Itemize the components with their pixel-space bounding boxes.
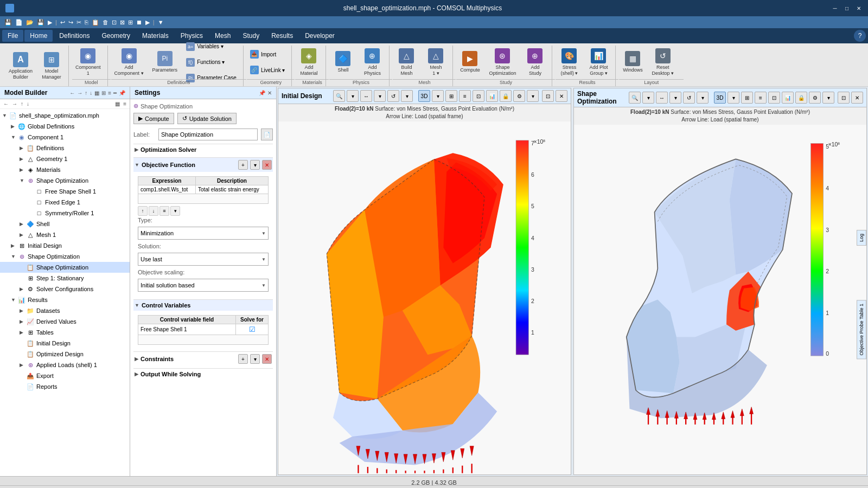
tree-item-defs[interactable]: ▶ 📋 Definitions	[0, 143, 130, 153]
maximize-button[interactable]: □	[843, 4, 851, 12]
obj-row-options[interactable]: ▾	[170, 206, 180, 216]
label-button[interactable]: 📄	[261, 129, 273, 140]
tree-item-comp1[interactable]: ▼ ◉ Component 1	[0, 132, 130, 143]
panel-nav-forward[interactable]: →	[77, 90, 82, 96]
view-dropdown-right[interactable]: ▾	[727, 92, 739, 104]
menu-developer[interactable]: Developer	[299, 30, 340, 42]
zoom-btn-right[interactable]: 🔍	[629, 92, 641, 104]
tree-item-global-defs[interactable]: ▶ 🌐 Global Definitions	[0, 121, 130, 132]
qa-save2[interactable]: 💾	[37, 19, 44, 26]
tree-toggle-tables[interactable]: ▶	[20, 330, 26, 335]
zoom-btn-left[interactable]: 🔍	[333, 90, 345, 102]
tree-item-fixed-edge[interactable]: □ Fixed Edge 1	[0, 197, 130, 208]
view-tb-right[interactable]: ⊞	[741, 92, 753, 104]
compute-button[interactable]: ▶ Compute	[456, 45, 483, 80]
tree-toggle-shell[interactable]: ▶	[20, 221, 26, 227]
view-list-left[interactable]: ≡	[459, 90, 471, 102]
zoom-in-left[interactable]: ↔	[360, 90, 372, 102]
view-lock-left[interactable]: 🔒	[500, 90, 512, 102]
qa-expand[interactable]: ⊡	[112, 19, 117, 26]
tree-toggle-geom[interactable]: ▶	[20, 156, 26, 162]
view-grid-left[interactable]: ⊡	[473, 90, 484, 102]
view-lock-right[interactable]: 🔒	[795, 92, 807, 104]
type-select[interactable]: Minimization ▼	[138, 227, 269, 240]
zoom-dropdown-right[interactable]: ▾	[642, 92, 654, 104]
obj-row-up[interactable]: ↑	[138, 206, 148, 216]
tree-item-optimized-design[interactable]: 📋 Optimized Design	[0, 349, 130, 359]
panel-nav-down[interactable]: ↓	[90, 90, 92, 96]
close-button[interactable]: ✕	[855, 4, 863, 12]
tree-toggle-datasets[interactable]: ▶	[20, 308, 26, 313]
panel-nav-up[interactable]: ↑	[85, 90, 87, 96]
objective-function-section[interactable]: ▼ Objective Function + ▾ ✕	[133, 157, 273, 172]
undock-left[interactable]: ⊡	[542, 90, 554, 102]
tree-item-sym-roller[interactable]: □ Symmetry/Roller 1	[0, 208, 130, 219]
refresh-right[interactable]: ↺	[683, 92, 695, 104]
functions-button[interactable]: f() Functions ▾	[183, 55, 240, 70]
add-plot-group-button[interactable]: 📊 Add PlotGroup ▾	[585, 45, 612, 80]
constraints-section[interactable]: ▶ Constraints + ▾ ✕	[133, 351, 273, 366]
build-mesh-button[interactable]: △ BuildMesh	[393, 45, 420, 80]
menu-file[interactable]: File	[2, 30, 23, 42]
tree-item-root[interactable]: ▼ 📄 shell_shape_optimization.mph	[0, 110, 130, 121]
qa-copy[interactable]: ⎘	[85, 19, 88, 25]
obj-description-cell[interactable]: Total elastic strain energy	[195, 185, 268, 194]
initial-design-content[interactable]: ×10⁸ 7 6 5 4 3 2 1	[278, 121, 571, 474]
parameters-button[interactable]: Pi Parameters	[149, 45, 181, 80]
obj-table-row-1[interactable]: comp1.shell.Ws_tot Total elastic strain …	[138, 185, 269, 194]
tree-item-mesh1[interactable]: ▶ △ Mesh 1	[0, 229, 130, 240]
ctrl-var-row-1[interactable]: Free Shape Shell 1 ☑	[138, 324, 269, 335]
undock-right[interactable]: ⊡	[838, 92, 850, 104]
tree-item-datasets[interactable]: ▶ 📁 Datasets	[0, 305, 130, 316]
mesh1-button[interactable]: △ Mesh1 ▾	[422, 45, 449, 80]
constraints-delete[interactable]: ✕	[262, 354, 272, 364]
tree-down[interactable]: ↓	[25, 100, 30, 107]
tree-toggle-mesh1[interactable]: ▶	[20, 232, 26, 237]
menu-materials[interactable]: Materials	[137, 30, 174, 42]
add-material-button[interactable]: ◈ AddMaterial	[295, 45, 322, 80]
view-grid-right[interactable]: ⊡	[768, 92, 780, 104]
zoom-dropdown-left[interactable]: ▾	[347, 90, 359, 102]
view-dropdown-left[interactable]: ▾	[432, 90, 444, 102]
solution-select[interactable]: Use last ▼	[138, 253, 269, 266]
refresh-dropdown-right[interactable]: ▾	[697, 92, 709, 104]
qa-cut[interactable]: ✂	[76, 19, 81, 26]
constraints-arrow[interactable]: ▾	[250, 354, 260, 364]
close-left[interactable]: ✕	[556, 90, 567, 102]
tree-view[interactable]: ▦	[114, 100, 121, 107]
tree-item-materials[interactable]: ▶ ◈ Materials	[0, 164, 130, 175]
obj-fn-delete[interactable]: ✕	[262, 160, 272, 170]
tree-forward[interactable]: →	[11, 100, 18, 107]
livelink-button[interactable]: 🔗 LiveLink ▾	[247, 62, 288, 78]
tree-item-shape-opt-node[interactable]: 📋 Shape Optimization	[0, 262, 130, 273]
tree-item-export[interactable]: 📤 Export	[0, 370, 130, 381]
tree-item-solver-configs[interactable]: ▶ ⚙ Solver Configurations	[0, 284, 130, 294]
tree-toggle-materials[interactable]: ▶	[20, 167, 26, 172]
qa-redo[interactable]: ↪	[68, 19, 73, 26]
minimize-button[interactable]: ─	[831, 4, 839, 12]
qa-stop[interactable]: ⏹	[136, 19, 142, 25]
import-button[interactable]: 📥 Import	[247, 47, 288, 62]
tree-toggle-results[interactable]: ▼	[11, 297, 17, 303]
obj-row-list[interactable]: ≡	[159, 206, 169, 216]
menu-results[interactable]: Results	[266, 30, 298, 42]
tree-item-initial-design-r[interactable]: 📋 Initial Design	[0, 338, 130, 349]
tree-toggle-applied-loads[interactable]: ▶	[20, 362, 26, 368]
menu-home[interactable]: Home	[24, 30, 53, 42]
panel-options[interactable]: ▦	[94, 90, 99, 96]
obj-fn-add[interactable]: +	[238, 160, 248, 170]
qa-new[interactable]: 📄	[15, 19, 23, 26]
tree-item-geom[interactable]: ▶ △ Geometry 1	[0, 153, 130, 164]
settings-close[interactable]: ✕	[267, 90, 272, 96]
view3d-left[interactable]: 3D	[418, 90, 430, 102]
qa-run[interactable]: ▶	[48, 19, 52, 26]
view-chart-left[interactable]: 📊	[486, 90, 498, 102]
tree-item-step1[interactable]: ⊞ Step 1: Stationary	[0, 273, 130, 284]
output-while-solving-section[interactable]: ▶ Output While Solving	[133, 368, 273, 380]
tree-toggle-defs[interactable]: ▶	[20, 145, 26, 151]
refresh-left[interactable]: ↺	[387, 90, 399, 102]
zoom-in-right[interactable]: ↔	[656, 92, 668, 104]
update-solution-button[interactable]: ↺ Update Solution	[177, 113, 237, 124]
reset-desktop-button[interactable]: ↺ ResetDesktop ▾	[648, 45, 677, 80]
tree-toggle-shape-opt-study[interactable]: ▼	[11, 254, 17, 259]
